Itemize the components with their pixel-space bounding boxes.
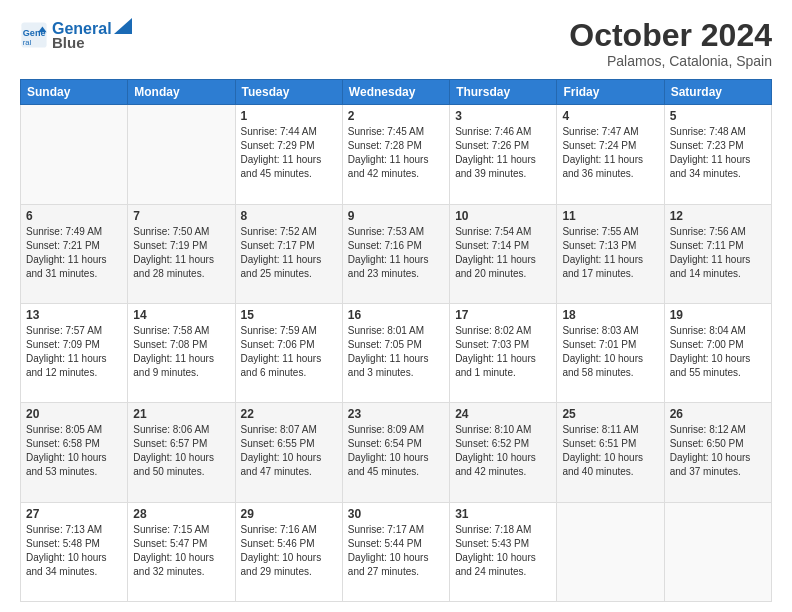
- col-header-thursday: Thursday: [450, 80, 557, 105]
- calendar-cell: 16Sunrise: 8:01 AM Sunset: 7:05 PM Dayli…: [342, 303, 449, 402]
- day-number: 5: [670, 109, 766, 123]
- calendar-row: 20Sunrise: 8:05 AM Sunset: 6:58 PM Dayli…: [21, 403, 772, 502]
- day-info: Sunrise: 7:16 AM Sunset: 5:46 PM Dayligh…: [241, 523, 337, 579]
- col-header-monday: Monday: [128, 80, 235, 105]
- day-info: Sunrise: 7:44 AM Sunset: 7:29 PM Dayligh…: [241, 125, 337, 181]
- col-header-saturday: Saturday: [664, 80, 771, 105]
- calendar-cell: 5Sunrise: 7:48 AM Sunset: 7:23 PM Daylig…: [664, 105, 771, 204]
- day-number: 11: [562, 209, 658, 223]
- subtitle: Palamos, Catalonia, Spain: [569, 53, 772, 69]
- day-info: Sunrise: 7:47 AM Sunset: 7:24 PM Dayligh…: [562, 125, 658, 181]
- day-number: 2: [348, 109, 444, 123]
- calendar-cell: 26Sunrise: 8:12 AM Sunset: 6:50 PM Dayli…: [664, 403, 771, 502]
- day-number: 14: [133, 308, 229, 322]
- col-header-sunday: Sunday: [21, 80, 128, 105]
- day-info: Sunrise: 8:06 AM Sunset: 6:57 PM Dayligh…: [133, 423, 229, 479]
- calendar-row: 27Sunrise: 7:13 AM Sunset: 5:48 PM Dayli…: [21, 502, 772, 601]
- day-number: 20: [26, 407, 122, 421]
- day-number: 27: [26, 507, 122, 521]
- day-number: 6: [26, 209, 122, 223]
- day-info: Sunrise: 8:05 AM Sunset: 6:58 PM Dayligh…: [26, 423, 122, 479]
- calendar-cell: 1Sunrise: 7:44 AM Sunset: 7:29 PM Daylig…: [235, 105, 342, 204]
- day-number: 15: [241, 308, 337, 322]
- day-number: 4: [562, 109, 658, 123]
- day-number: 8: [241, 209, 337, 223]
- day-number: 31: [455, 507, 551, 521]
- calendar-cell: 30Sunrise: 7:17 AM Sunset: 5:44 PM Dayli…: [342, 502, 449, 601]
- logo-icon: Gene ral: [20, 21, 48, 49]
- day-info: Sunrise: 7:57 AM Sunset: 7:09 PM Dayligh…: [26, 324, 122, 380]
- calendar-table: SundayMondayTuesdayWednesdayThursdayFrid…: [20, 79, 772, 602]
- day-info: Sunrise: 7:56 AM Sunset: 7:11 PM Dayligh…: [670, 225, 766, 281]
- calendar-cell: 10Sunrise: 7:54 AM Sunset: 7:14 PM Dayli…: [450, 204, 557, 303]
- col-header-tuesday: Tuesday: [235, 80, 342, 105]
- calendar-cell: 3Sunrise: 7:46 AM Sunset: 7:26 PM Daylig…: [450, 105, 557, 204]
- day-number: 16: [348, 308, 444, 322]
- day-info: Sunrise: 8:10 AM Sunset: 6:52 PM Dayligh…: [455, 423, 551, 479]
- calendar-cell: 19Sunrise: 8:04 AM Sunset: 7:00 PM Dayli…: [664, 303, 771, 402]
- calendar-row: 1Sunrise: 7:44 AM Sunset: 7:29 PM Daylig…: [21, 105, 772, 204]
- day-info: Sunrise: 7:58 AM Sunset: 7:08 PM Dayligh…: [133, 324, 229, 380]
- day-info: Sunrise: 8:07 AM Sunset: 6:55 PM Dayligh…: [241, 423, 337, 479]
- day-info: Sunrise: 8:09 AM Sunset: 6:54 PM Dayligh…: [348, 423, 444, 479]
- col-header-friday: Friday: [557, 80, 664, 105]
- calendar-cell: [128, 105, 235, 204]
- calendar-cell: 9Sunrise: 7:53 AM Sunset: 7:16 PM Daylig…: [342, 204, 449, 303]
- calendar-cell: [664, 502, 771, 601]
- page: Gene ral General Blue October 2024 Palam…: [0, 0, 792, 612]
- day-number: 26: [670, 407, 766, 421]
- day-number: 29: [241, 507, 337, 521]
- svg-text:ral: ral: [23, 37, 32, 46]
- day-number: 10: [455, 209, 551, 223]
- day-number: 25: [562, 407, 658, 421]
- calendar-cell: [557, 502, 664, 601]
- day-info: Sunrise: 7:46 AM Sunset: 7:26 PM Dayligh…: [455, 125, 551, 181]
- day-number: 24: [455, 407, 551, 421]
- day-number: 17: [455, 308, 551, 322]
- day-number: 13: [26, 308, 122, 322]
- calendar-cell: 7Sunrise: 7:50 AM Sunset: 7:19 PM Daylig…: [128, 204, 235, 303]
- day-number: 18: [562, 308, 658, 322]
- day-number: 12: [670, 209, 766, 223]
- day-info: Sunrise: 7:59 AM Sunset: 7:06 PM Dayligh…: [241, 324, 337, 380]
- day-info: Sunrise: 7:50 AM Sunset: 7:19 PM Dayligh…: [133, 225, 229, 281]
- day-info: Sunrise: 7:53 AM Sunset: 7:16 PM Dayligh…: [348, 225, 444, 281]
- calendar-cell: 6Sunrise: 7:49 AM Sunset: 7:21 PM Daylig…: [21, 204, 128, 303]
- calendar-cell: 25Sunrise: 8:11 AM Sunset: 6:51 PM Dayli…: [557, 403, 664, 502]
- calendar-cell: 27Sunrise: 7:13 AM Sunset: 5:48 PM Dayli…: [21, 502, 128, 601]
- day-info: Sunrise: 7:18 AM Sunset: 5:43 PM Dayligh…: [455, 523, 551, 579]
- day-number: 3: [455, 109, 551, 123]
- day-number: 23: [348, 407, 444, 421]
- day-number: 28: [133, 507, 229, 521]
- header: Gene ral General Blue October 2024 Palam…: [20, 18, 772, 69]
- calendar-cell: 23Sunrise: 8:09 AM Sunset: 6:54 PM Dayli…: [342, 403, 449, 502]
- day-number: 1: [241, 109, 337, 123]
- calendar-cell: 21Sunrise: 8:06 AM Sunset: 6:57 PM Dayli…: [128, 403, 235, 502]
- day-info: Sunrise: 8:12 AM Sunset: 6:50 PM Dayligh…: [670, 423, 766, 479]
- svg-marker-4: [114, 18, 132, 34]
- main-title: October 2024: [569, 18, 772, 53]
- day-info: Sunrise: 7:17 AM Sunset: 5:44 PM Dayligh…: [348, 523, 444, 579]
- calendar-cell: 8Sunrise: 7:52 AM Sunset: 7:17 PM Daylig…: [235, 204, 342, 303]
- day-info: Sunrise: 7:49 AM Sunset: 7:21 PM Dayligh…: [26, 225, 122, 281]
- calendar-cell: 4Sunrise: 7:47 AM Sunset: 7:24 PM Daylig…: [557, 105, 664, 204]
- calendar-cell: 18Sunrise: 8:03 AM Sunset: 7:01 PM Dayli…: [557, 303, 664, 402]
- day-info: Sunrise: 8:11 AM Sunset: 6:51 PM Dayligh…: [562, 423, 658, 479]
- logo: Gene ral General Blue: [20, 18, 132, 51]
- header-row: SundayMondayTuesdayWednesdayThursdayFrid…: [21, 80, 772, 105]
- day-info: Sunrise: 7:13 AM Sunset: 5:48 PM Dayligh…: [26, 523, 122, 579]
- calendar-cell: 11Sunrise: 7:55 AM Sunset: 7:13 PM Dayli…: [557, 204, 664, 303]
- day-info: Sunrise: 7:54 AM Sunset: 7:14 PM Dayligh…: [455, 225, 551, 281]
- day-info: Sunrise: 7:48 AM Sunset: 7:23 PM Dayligh…: [670, 125, 766, 181]
- day-info: Sunrise: 8:04 AM Sunset: 7:00 PM Dayligh…: [670, 324, 766, 380]
- day-number: 22: [241, 407, 337, 421]
- day-number: 19: [670, 308, 766, 322]
- col-header-wednesday: Wednesday: [342, 80, 449, 105]
- calendar-cell: 22Sunrise: 8:07 AM Sunset: 6:55 PM Dayli…: [235, 403, 342, 502]
- calendar-cell: 28Sunrise: 7:15 AM Sunset: 5:47 PM Dayli…: [128, 502, 235, 601]
- calendar-cell: 2Sunrise: 7:45 AM Sunset: 7:28 PM Daylig…: [342, 105, 449, 204]
- logo-triangle: [114, 18, 132, 34]
- day-info: Sunrise: 7:15 AM Sunset: 5:47 PM Dayligh…: [133, 523, 229, 579]
- calendar-cell: 24Sunrise: 8:10 AM Sunset: 6:52 PM Dayli…: [450, 403, 557, 502]
- day-info: Sunrise: 8:01 AM Sunset: 7:05 PM Dayligh…: [348, 324, 444, 380]
